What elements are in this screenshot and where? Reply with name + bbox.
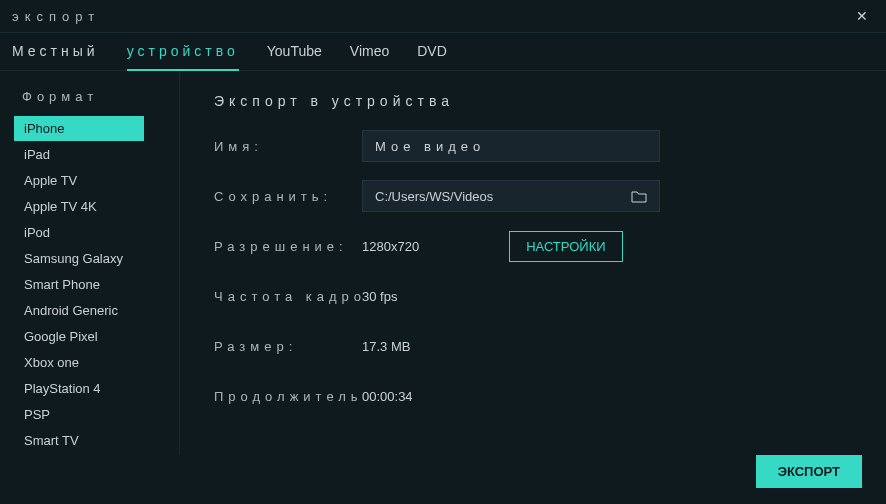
framerate-label: Частота кадров: bbox=[214, 289, 362, 304]
row-name: Имя: Мое видео bbox=[214, 131, 852, 161]
duration-value: 00:00:34 bbox=[362, 389, 413, 404]
row-size: Размер: 17.3 MB bbox=[214, 331, 852, 361]
sidebar-item-appletv[interactable]: Apple TV bbox=[14, 168, 144, 193]
tab-vimeo[interactable]: Vimeo bbox=[350, 43, 389, 70]
tab-dvd[interactable]: DVD bbox=[417, 43, 447, 70]
close-icon[interactable]: ✕ bbox=[850, 6, 874, 26]
save-value: C:/Users/WS/Videos bbox=[375, 189, 493, 204]
main-title: Экспорт в устройства bbox=[214, 93, 852, 109]
window-title: экспорт bbox=[12, 9, 100, 24]
sidebar-item-psp[interactable]: PSP bbox=[14, 402, 144, 427]
sidebar-item-iphone[interactable]: iPhone bbox=[14, 116, 144, 141]
main-panel: Экспорт в устройства Имя: Мое видео Сохр… bbox=[180, 71, 886, 455]
export-button[interactable]: ЭКСПОРТ bbox=[756, 455, 862, 488]
size-value: 17.3 MB bbox=[362, 339, 410, 354]
sidebar-item-smartphone[interactable]: Smart Phone bbox=[14, 272, 144, 297]
row-save: Сохранить: C:/Users/WS/Videos bbox=[214, 181, 852, 211]
save-input[interactable]: C:/Users/WS/Videos bbox=[362, 180, 660, 212]
size-label: Размер: bbox=[214, 339, 362, 354]
tab-youtube[interactable]: YouTube bbox=[267, 43, 322, 70]
sidebar-item-ipad[interactable]: iPad bbox=[14, 142, 144, 167]
sidebar-item-smarttv[interactable]: Smart TV bbox=[14, 428, 144, 453]
name-label: Имя: bbox=[214, 139, 362, 154]
framerate-value: 30 fps bbox=[362, 289, 397, 304]
sidebar: Формат iPhone iPad Apple TV Apple TV 4K … bbox=[0, 71, 180, 455]
tab-device[interactable]: устройство bbox=[127, 43, 239, 71]
titlebar: экспорт ✕ bbox=[0, 0, 886, 33]
name-input[interactable]: Мое видео bbox=[362, 130, 660, 162]
name-value: Мое видео bbox=[375, 139, 485, 154]
sidebar-item-ps4[interactable]: PlayStation 4 bbox=[14, 376, 144, 401]
sidebar-item-samsung[interactable]: Samsung Galaxy bbox=[14, 246, 144, 271]
folder-icon[interactable] bbox=[631, 190, 647, 203]
resolution-label: Разрешение: bbox=[214, 239, 362, 254]
duration-label: Продолжительность: bbox=[214, 389, 362, 404]
save-label: Сохранить: bbox=[214, 189, 362, 204]
sidebar-title: Формат bbox=[22, 89, 179, 104]
sidebar-item-pixel[interactable]: Google Pixel bbox=[14, 324, 144, 349]
row-resolution: Разрешение: 1280x720 НАСТРОЙКИ bbox=[214, 231, 852, 261]
resolution-value: 1280x720 bbox=[362, 239, 419, 254]
footer: ЭКСПОРТ bbox=[756, 455, 862, 488]
body: Формат iPhone iPad Apple TV Apple TV 4K … bbox=[0, 71, 886, 455]
sidebar-item-ipod[interactable]: iPod bbox=[14, 220, 144, 245]
settings-button[interactable]: НАСТРОЙКИ bbox=[509, 231, 622, 262]
row-duration: Продолжительность: 00:00:34 bbox=[214, 381, 852, 411]
tabs: Местный устройство YouTube Vimeo DVD bbox=[0, 33, 886, 71]
sidebar-item-android[interactable]: Android Generic bbox=[14, 298, 144, 323]
row-framerate: Частота кадров: 30 fps bbox=[214, 281, 852, 311]
tab-local[interactable]: Местный bbox=[12, 43, 99, 70]
sidebar-item-appletv4k[interactable]: Apple TV 4K bbox=[14, 194, 144, 219]
sidebar-item-xbox[interactable]: Xbox one bbox=[14, 350, 144, 375]
